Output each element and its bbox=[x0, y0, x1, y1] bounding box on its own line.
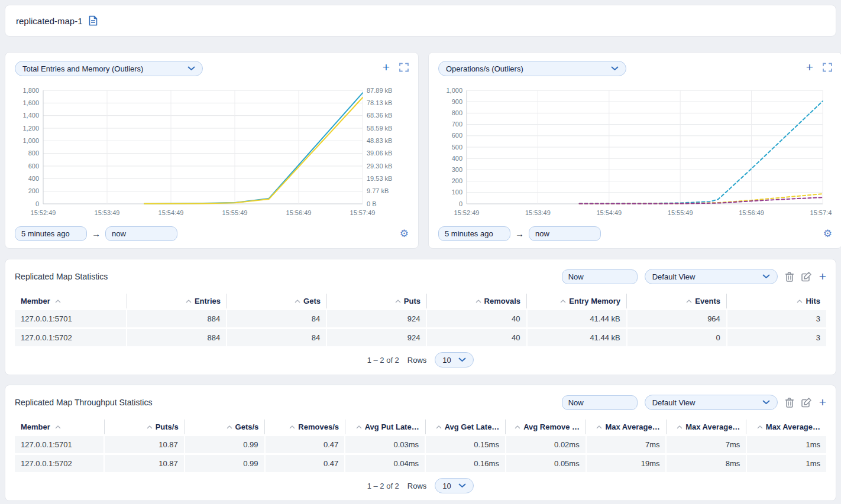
sort-caret-icon bbox=[686, 300, 692, 303]
operations-chart[interactable]: 1,000900800700600500400300200100015:52:4… bbox=[438, 84, 832, 219]
value-cell: 0.03ms bbox=[345, 436, 426, 453]
value-cell: 41.44 kB bbox=[528, 329, 627, 346]
entry-memory-series-line bbox=[144, 97, 363, 203]
svg-text:1,000: 1,000 bbox=[446, 87, 462, 94]
rows-per-page-value: 10 bbox=[442, 356, 451, 365]
column-header-label: Puts/s bbox=[156, 422, 179, 431]
fullscreen-icon[interactable] bbox=[823, 63, 832, 72]
table-row[interactable]: 127.0.0.1:570110.870.990.470.03ms0.15ms0… bbox=[15, 436, 826, 453]
column-header-puts[interactable]: Puts bbox=[327, 294, 427, 308]
svg-text:500: 500 bbox=[452, 144, 462, 151]
column-header-hits[interactable]: Hits bbox=[727, 294, 826, 308]
entries-memory-chart[interactable]: 1,80087.89 kB1,60078.13 kB1,40068.36 kB1… bbox=[15, 84, 409, 219]
time-from-input[interactable] bbox=[15, 226, 87, 241]
sort-caret-icon bbox=[227, 425, 232, 429]
view-select[interactable]: Default View bbox=[645, 269, 778, 284]
add-chart-icon[interactable]: + bbox=[383, 62, 390, 73]
column-header-max-average[interactable]: Max Average… bbox=[586, 420, 667, 434]
value-cell: 884 bbox=[127, 329, 227, 346]
table-row[interactable]: 127.0.0.1:5702884849244041.44 kB03 bbox=[15, 329, 826, 346]
column-header-label: Avg Put Late… bbox=[365, 422, 419, 431]
column-header-avg-put-late[interactable]: Avg Put Late… bbox=[345, 420, 426, 434]
time-to-input[interactable] bbox=[529, 226, 601, 241]
add-table-icon[interactable]: + bbox=[819, 397, 826, 408]
svg-text:15:55:49: 15:55:49 bbox=[222, 209, 248, 216]
table-time-input[interactable] bbox=[562, 269, 638, 284]
column-header-label: Avg Remove … bbox=[523, 422, 580, 431]
delete-view-icon[interactable] bbox=[785, 271, 794, 282]
value-cell: 884 bbox=[127, 310, 227, 327]
value-cell: 924 bbox=[327, 310, 427, 327]
svg-text:58.59 kB: 58.59 kB bbox=[367, 125, 392, 132]
column-header-entry-memory[interactable]: Entry Memory bbox=[527, 294, 627, 308]
fullscreen-icon[interactable] bbox=[399, 63, 409, 72]
chevron-down-icon bbox=[762, 274, 770, 279]
arrow-right-icon: → bbox=[92, 229, 101, 239]
column-header-max-average[interactable]: Max Average… bbox=[746, 420, 826, 434]
sort-caret-icon bbox=[55, 300, 61, 303]
svg-text:15:55:49: 15:55:49 bbox=[668, 209, 693, 216]
time-to-input[interactable] bbox=[105, 226, 177, 241]
time-from-input[interactable] bbox=[438, 226, 510, 241]
value-cell: 19ms bbox=[587, 455, 667, 472]
value-cell: 84 bbox=[227, 310, 327, 327]
svg-text:87.89 kB: 87.89 kB bbox=[367, 87, 392, 94]
edit-view-icon[interactable] bbox=[801, 397, 812, 408]
sort-caret-icon bbox=[797, 300, 803, 303]
column-header-max-average[interactable]: Max Average… bbox=[667, 420, 747, 434]
column-header-member[interactable]: Member bbox=[15, 294, 127, 308]
sort-caret-icon bbox=[147, 425, 153, 429]
column-header-entries[interactable]: Entries bbox=[127, 294, 227, 308]
chart-metric-select[interactable]: Operations/s (Outliers) bbox=[438, 61, 626, 76]
svg-text:15:57:49: 15:57:49 bbox=[810, 209, 832, 216]
svg-text:19.53 kB: 19.53 kB bbox=[367, 175, 392, 182]
svg-text:15:52:49: 15:52:49 bbox=[454, 209, 480, 216]
svg-text:600: 600 bbox=[452, 132, 462, 139]
svg-text:48.83 kB: 48.83 kB bbox=[367, 137, 392, 144]
view-select[interactable]: Default View bbox=[645, 395, 778, 410]
rows-per-page-select[interactable]: 10 bbox=[435, 352, 474, 368]
map-title-bar: replicated-map-1 bbox=[5, 5, 836, 37]
table-header-row: MemberEntriesGetsPutsRemovalsEntry Memor… bbox=[15, 294, 826, 308]
column-header-label: Gets bbox=[303, 297, 321, 305]
svg-text:800: 800 bbox=[452, 109, 462, 116]
column-header-member[interactable]: Member bbox=[15, 420, 105, 434]
svg-text:15:56:49: 15:56:49 bbox=[286, 209, 312, 216]
chart-settings-gear-icon[interactable]: ⚙ bbox=[823, 229, 832, 239]
table-row[interactable]: 127.0.0.1:5701884849244041.44 kB9643 bbox=[15, 310, 826, 327]
svg-text:15:54:49: 15:54:49 bbox=[159, 209, 184, 216]
chevron-down-icon bbox=[187, 66, 195, 71]
sort-caret-icon bbox=[476, 300, 481, 303]
column-header-gets[interactable]: Gets bbox=[227, 294, 327, 308]
value-cell: 964 bbox=[627, 310, 727, 327]
edit-view-icon[interactable] bbox=[801, 271, 812, 282]
value-cell: 40 bbox=[427, 310, 527, 327]
delete-view-icon[interactable] bbox=[785, 397, 794, 408]
add-table-icon[interactable]: + bbox=[819, 271, 826, 282]
column-header-removes-s[interactable]: Removes/s bbox=[265, 420, 345, 434]
column-header-avg-remove[interactable]: Avg Remove … bbox=[506, 420, 586, 434]
column-header-label: Max Average… bbox=[605, 422, 659, 431]
column-header-label: Hits bbox=[806, 297, 820, 305]
table-time-input[interactable] bbox=[562, 395, 638, 410]
operations-chart-card: Operations/s (Outliers) + 1,000900800700… bbox=[428, 52, 841, 249]
rows-per-page-select[interactable]: 10 bbox=[435, 478, 474, 493]
column-header-gets-s[interactable]: Gets/s bbox=[185, 420, 266, 434]
value-cell: 0.16ms bbox=[426, 455, 506, 472]
chart-metric-select[interactable]: Total Entries and Memory (Outliers) bbox=[15, 61, 203, 76]
table-row[interactable]: 127.0.0.1:570210.870.990.470.04ms0.16ms0… bbox=[15, 455, 826, 472]
column-header-avg-get-late[interactable]: Avg Get Late… bbox=[426, 420, 506, 434]
document-icon[interactable] bbox=[89, 15, 98, 26]
add-chart-icon[interactable]: + bbox=[806, 62, 813, 73]
svg-text:0: 0 bbox=[35, 200, 39, 207]
svg-text:68.36 kB: 68.36 kB bbox=[367, 112, 392, 119]
statistics-table: MemberEntriesGetsPutsRemovalsEntry Memor… bbox=[15, 294, 826, 346]
svg-text:15:53:49: 15:53:49 bbox=[95, 209, 120, 216]
column-header-events[interactable]: Events bbox=[627, 294, 727, 308]
chart-metric-select-value: Operations/s (Outliers) bbox=[446, 64, 523, 73]
member-cell: 127.0.0.1:5701 bbox=[15, 436, 105, 453]
chart-settings-gear-icon[interactable]: ⚙ bbox=[400, 229, 409, 239]
svg-text:39.06 kB: 39.06 kB bbox=[367, 149, 392, 157]
column-header-puts-s[interactable]: Puts/s bbox=[105, 420, 185, 434]
column-header-removals[interactable]: Removals bbox=[427, 294, 527, 308]
